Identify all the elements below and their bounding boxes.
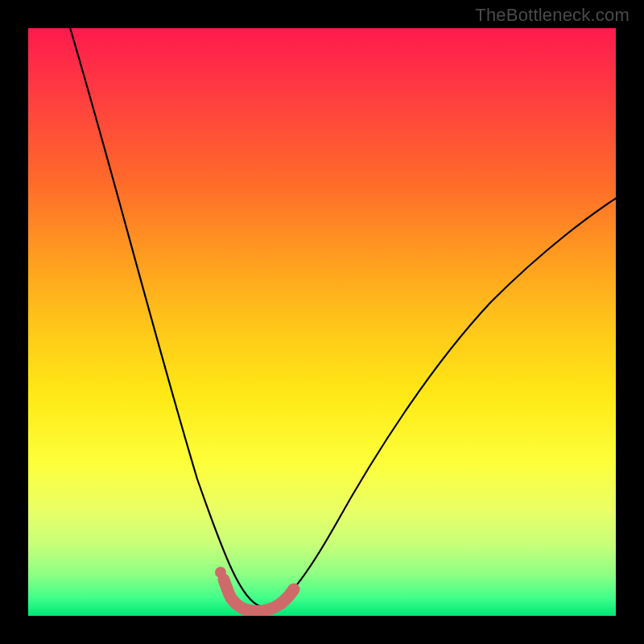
optimal-range-marker xyxy=(224,580,294,611)
chart-frame: TheBottleneck.com xyxy=(0,0,644,644)
watermark-text: TheBottleneck.com xyxy=(475,5,630,26)
optimal-start-dot xyxy=(215,567,226,578)
bottleneck-curve xyxy=(60,28,616,607)
curve-layer xyxy=(28,28,616,616)
plot-area xyxy=(28,28,616,616)
